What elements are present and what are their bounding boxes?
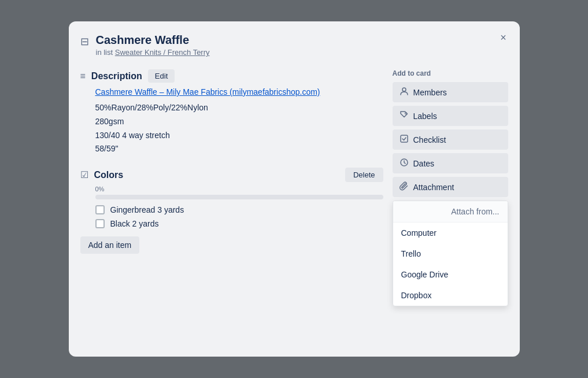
description-text: 50%Rayon/28%Poly/22%Nylon 280gsm 130/40 … xyxy=(95,101,383,156)
modal-subtitle: in list Sweater Knits / French Terry xyxy=(96,48,210,57)
modal-header: ⊟ Cashmere Waffle in list Sweater Knits … xyxy=(80,33,508,57)
modal-title: Cashmere Waffle xyxy=(96,33,210,47)
attachment-button[interactable]: Attachment xyxy=(393,177,508,197)
checklist-checkbox-2[interactable] xyxy=(95,219,105,228)
attach-dropdown-header: Attach from... xyxy=(393,201,508,223)
description-line-4: 58/59" xyxy=(95,142,383,156)
description-content: Cashmere Waffle – Mily Mae Fabrics (mily… xyxy=(95,87,383,156)
checklist-items: Gingerbread 3 yards Black 2 yards xyxy=(95,205,383,228)
delete-button[interactable]: Delete xyxy=(345,168,383,182)
attachment-icon xyxy=(400,181,409,192)
colors-header: ☑ Colors Delete xyxy=(80,168,383,182)
attach-trello-item[interactable]: Trello xyxy=(393,243,508,264)
colors-section: ☑ Colors Delete 0% G xyxy=(80,168,383,254)
svg-point-0 xyxy=(402,88,406,91)
checklist-item: Gingerbread 3 yards xyxy=(95,205,383,214)
description-line-3: 130/40 4 way stretch xyxy=(95,129,383,143)
labels-button[interactable]: Labels xyxy=(393,106,508,126)
card-icon: ⊟ xyxy=(80,35,89,48)
description-section-header: ≡ Description Edit xyxy=(80,69,383,83)
colors-title: Colors xyxy=(94,170,124,180)
attach-googledrive-item[interactable]: Google Drive xyxy=(393,264,508,285)
description-icon: ≡ xyxy=(80,71,86,81)
labels-icon xyxy=(400,110,409,121)
description-line-2: 280gsm xyxy=(95,115,383,129)
checklist-label-2: Black 2 yards xyxy=(110,219,159,228)
close-icon: × xyxy=(500,32,506,44)
description-link[interactable]: Cashmere Waffle – Mily Mae Fabrics (mily… xyxy=(95,87,383,97)
labels-label: Labels xyxy=(413,112,437,121)
checklist-icon: ☑ xyxy=(80,169,88,180)
sidebar-section-title: Add to card xyxy=(393,69,508,77)
members-icon xyxy=(400,87,409,98)
attach-dropdown: Attach from... Computer Trello Google Dr… xyxy=(393,201,508,306)
subtitle-prefix: in list xyxy=(96,48,113,57)
modal: × ⊟ Cashmere Waffle in list Sweater Knit… xyxy=(69,21,520,357)
modal-title-block: Cashmere Waffle in list Sweater Knits / … xyxy=(96,33,210,57)
modal-main: ≡ Description Edit Cashmere Waffle – Mil… xyxy=(80,69,383,345)
members-label: Members xyxy=(413,88,447,97)
modal-sidebar: Add to card Members xyxy=(393,69,508,345)
checklist-label-1: Gingerbread 3 yards xyxy=(110,205,184,214)
progress-bar-container: 0% xyxy=(95,186,383,199)
close-button[interactable]: × xyxy=(494,28,513,47)
checklist-checkbox-1[interactable] xyxy=(95,205,105,214)
attach-dropbox-label: Dropbox xyxy=(401,291,432,300)
dates-icon xyxy=(400,158,409,169)
checklist-item: Black 2 yards xyxy=(95,219,383,228)
svg-rect-2 xyxy=(401,135,408,142)
progress-bar-bg xyxy=(95,195,383,199)
attach-computer-label: Computer xyxy=(401,228,437,238)
list-link[interactable]: Sweater Knits / French Terry xyxy=(115,48,210,57)
checklist-button[interactable]: Checklist xyxy=(393,129,508,150)
modal-overlay: × ⊟ Cashmere Waffle in list Sweater Knit… xyxy=(0,0,588,378)
checklist-btn-icon xyxy=(400,134,409,145)
modal-body: ≡ Description Edit Cashmere Waffle – Mil… xyxy=(80,69,508,345)
attach-dropbox-item[interactable]: Dropbox xyxy=(393,285,508,306)
edit-button[interactable]: Edit xyxy=(148,69,175,83)
attachment-label: Attachment xyxy=(413,183,454,192)
progress-label: 0% xyxy=(95,186,383,192)
dates-label: Dates xyxy=(413,159,435,168)
description-line-1: 50%Rayon/28%Poly/22%Nylon xyxy=(95,101,383,115)
colors-header-left: ☑ Colors xyxy=(80,169,345,180)
checklist-label: Checklist xyxy=(413,135,446,144)
attach-googledrive-label: Google Drive xyxy=(401,270,449,279)
attach-trello-label: Trello xyxy=(401,249,421,258)
description-title: Description xyxy=(91,71,142,81)
attach-computer-item[interactable]: Computer xyxy=(393,223,508,243)
members-button[interactable]: Members xyxy=(393,82,508,102)
dates-button[interactable]: Dates xyxy=(393,153,508,173)
add-item-button[interactable]: Add an item xyxy=(80,236,140,254)
